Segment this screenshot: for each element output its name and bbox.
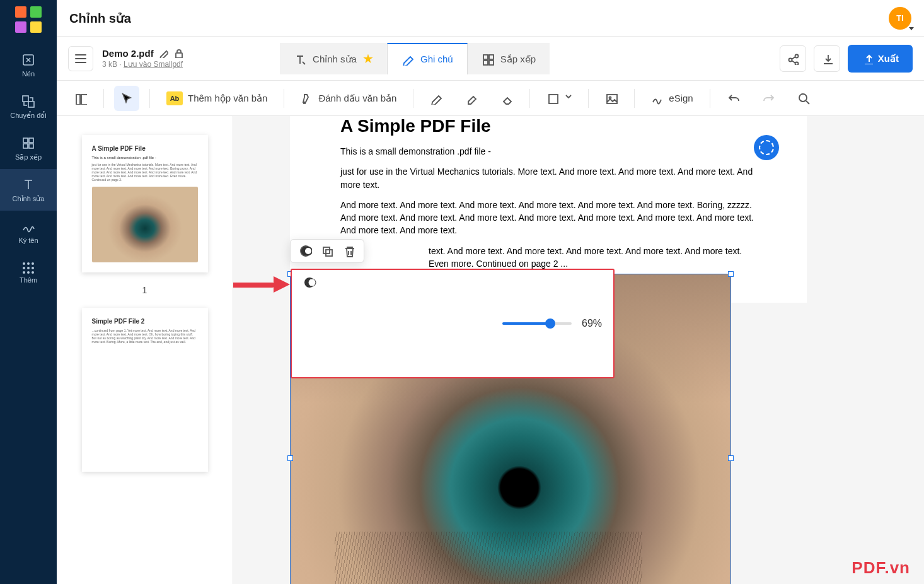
panel-toggle[interactable]	[68, 86, 93, 111]
share-button[interactable]	[780, 45, 806, 72]
chevron-down-icon	[564, 92, 572, 105]
dots-icon	[21, 262, 36, 274]
page-title: Chỉnh sửa	[69, 11, 131, 26]
marker-tool[interactable]	[459, 86, 484, 111]
svg-point-26	[308, 279, 316, 286]
svg-rect-23	[323, 247, 330, 254]
svg-rect-3	[23, 138, 28, 143]
svg-rect-11	[489, 61, 494, 65]
textbox-tool[interactable]: AbThêm hộp văn bản	[160, 86, 274, 111]
header: Chỉnh sửa TI	[57, 0, 924, 37]
svg-rect-10	[483, 61, 488, 65]
svg-rect-7	[176, 53, 182, 58]
ab-icon: Ab	[166, 91, 183, 105]
page-number: 1	[142, 285, 147, 295]
user-avatar[interactable]: TI	[889, 7, 911, 30]
opacity-slider[interactable]	[502, 322, 572, 325]
copy-icon[interactable]	[321, 245, 333, 257]
esign-tool[interactable]: eSign	[645, 86, 699, 111]
text-edit-icon	[294, 53, 306, 66]
save-link[interactable]: Lưu vào Smallpdf	[124, 60, 183, 69]
resize-handle[interactable]	[287, 455, 293, 461]
nav-compress[interactable]: Nén	[0, 44, 57, 86]
export-button[interactable]: Xuất	[848, 45, 913, 73]
thumbnail-page-1[interactable]: A Simple PDF File This is a small demons…	[82, 135, 208, 272]
highlight-tool[interactable]: Đánh dấu văn bản	[294, 86, 403, 111]
square-icon	[546, 92, 559, 105]
sub-header: Demo 2.pdf 3 kB · Lưu vào Smallpdf Chỉnh…	[57, 37, 924, 81]
svg-point-22	[304, 247, 312, 255]
svg-rect-6	[29, 144, 33, 148]
opacity-value: 69%	[582, 318, 602, 329]
svg-rect-16	[81, 95, 87, 105]
image-toolbar	[290, 239, 364, 263]
doc-heading: A Simple PDF File	[340, 116, 756, 136]
annotation-arrow	[233, 277, 290, 290]
signature-icon	[651, 92, 664, 105]
pencil-icon[interactable]	[159, 49, 168, 58]
eraser-tool[interactable]	[494, 86, 519, 111]
svg-rect-17	[549, 95, 558, 103]
thumbnail-panel: A Simple PDF File This is a small demons…	[57, 116, 233, 584]
nav-convert[interactable]: Chuyển đổi	[0, 86, 57, 127]
file-info: Demo 2.pdf 3 kB · Lưu vào Smallpdf	[102, 48, 183, 69]
text-icon	[21, 177, 36, 192]
grid-icon	[482, 53, 494, 66]
convert-icon	[21, 94, 36, 109]
image-icon	[605, 92, 618, 105]
svg-rect-15	[76, 95, 80, 105]
tab-annotate[interactable]: Ghi chú	[387, 43, 468, 74]
pen-tool[interactable]	[424, 86, 449, 111]
highlight-icon	[301, 92, 313, 105]
thumbnail-page-2[interactable]: Simple PDF File 2 ...continued from page…	[82, 308, 208, 472]
grid-icon	[21, 136, 36, 151]
star-icon	[363, 54, 373, 64]
svg-rect-18	[607, 95, 617, 103]
search-button[interactable]	[791, 86, 816, 111]
redo-button[interactable]	[756, 86, 781, 111]
shape-tool[interactable]	[540, 86, 578, 111]
file-name: Demo 2.pdf	[102, 48, 154, 59]
tab-organize[interactable]: Sắp xếp	[468, 43, 550, 74]
app-logo[interactable]	[15, 6, 42, 33]
nav-more[interactable]: Thêm	[0, 252, 57, 294]
nav-organize[interactable]: Sắp xếp	[0, 127, 57, 169]
resize-handle[interactable]	[728, 271, 734, 277]
share-icon	[787, 52, 799, 65]
canvas[interactable]: A Simple PDF File This is a small demons…	[233, 116, 924, 584]
download-button[interactable]	[814, 45, 840, 72]
svg-point-20	[799, 94, 807, 102]
loading-spinner	[754, 135, 779, 160]
svg-rect-2	[28, 102, 34, 107]
resize-handle[interactable]	[728, 455, 734, 461]
trash-icon[interactable]	[342, 245, 355, 257]
download-icon	[821, 52, 833, 65]
tab-edit[interactable]: Chỉnh sửa	[280, 43, 387, 74]
panels-icon	[74, 92, 87, 105]
thumbnail-image	[92, 187, 198, 262]
opacity-icon	[303, 276, 492, 371]
cursor-icon	[120, 92, 133, 105]
search-icon	[797, 92, 810, 105]
opacity-slider-popover: 69%	[291, 269, 615, 378]
svg-rect-4	[29, 138, 33, 143]
svg-rect-24	[326, 250, 332, 256]
svg-rect-9	[489, 55, 494, 59]
signature-icon	[21, 219, 36, 234]
redo-icon	[762, 92, 775, 105]
eraser-icon	[500, 92, 513, 105]
watermark: PDF.vn	[852, 558, 910, 578]
lock-icon[interactable]	[173, 49, 183, 58]
undo-button[interactable]	[720, 86, 746, 111]
nav-edit[interactable]: Chỉnh sửa	[0, 169, 57, 211]
svg-rect-5	[23, 144, 28, 148]
opacity-icon[interactable]	[299, 245, 312, 257]
undo-icon	[727, 92, 739, 105]
select-tool[interactable]	[114, 86, 139, 111]
nav-sign[interactable]: Ký tên	[0, 211, 57, 252]
pen-icon	[430, 92, 442, 105]
image-tool[interactable]	[599, 86, 624, 111]
menu-button[interactable]	[68, 46, 93, 71]
svg-rect-8	[483, 55, 488, 59]
upload-icon	[862, 53, 873, 64]
